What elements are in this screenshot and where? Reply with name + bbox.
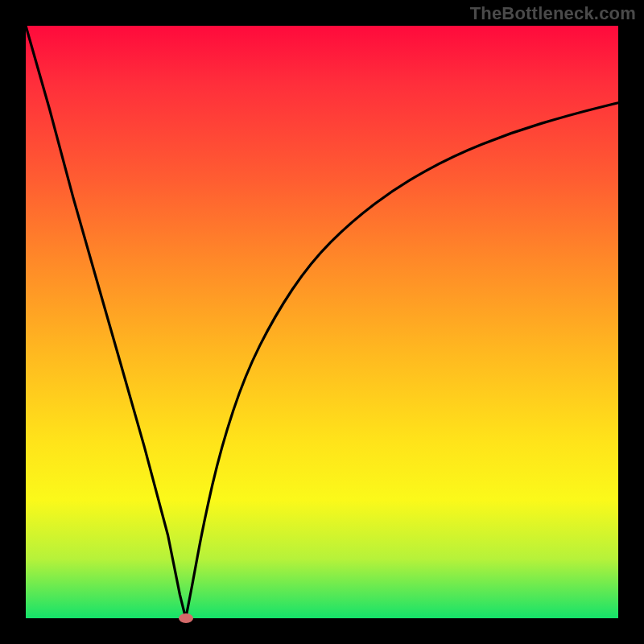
plot-area bbox=[26, 26, 618, 618]
watermark-text: TheBottleneck.com bbox=[470, 3, 636, 24]
chart-frame: TheBottleneck.com bbox=[0, 0, 644, 644]
bottleneck-curve bbox=[26, 26, 618, 618]
minimum-marker bbox=[179, 613, 193, 623]
